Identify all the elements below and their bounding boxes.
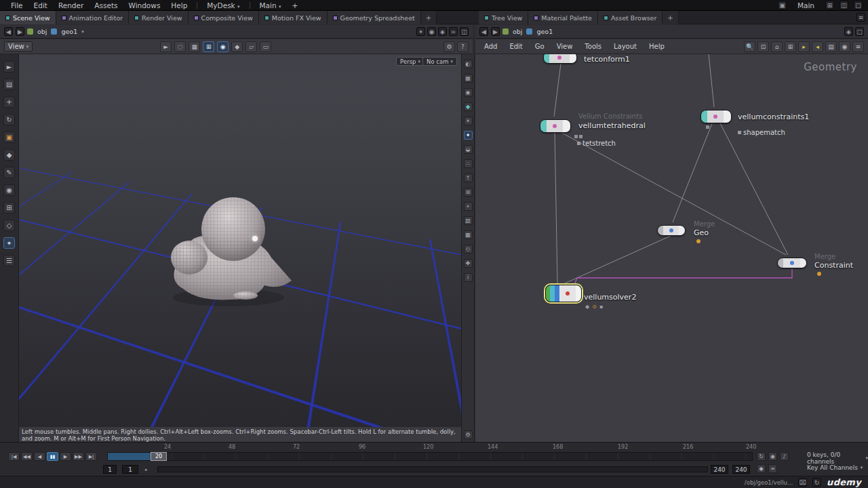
back-icon[interactable]: ◀: [479, 27, 488, 36]
node-flags[interactable]: [706, 125, 709, 129]
forward-icon[interactable]: ▶: [16, 27, 24, 36]
reference-plane-icon[interactable]: ▭: [260, 41, 271, 52]
tab-animation-editor[interactable]: Animation Editor: [56, 11, 130, 24]
lighting-icon[interactable]: ☀: [464, 117, 473, 125]
node-label[interactable]: Geo: [694, 228, 709, 237]
main-layout-selector[interactable]: Main: [792, 1, 820, 9]
network-editor[interactable]: Geometry tetconform1 Vellum Constraints …: [475, 54, 868, 442]
normals-display-icon[interactable]: ↑: [464, 174, 473, 182]
info-display-icon[interactable]: i: [464, 273, 473, 282]
chevron-down-icon[interactable]: ▾: [81, 29, 84, 35]
node-warning-dot[interactable]: [817, 272, 821, 276]
grid-toggle-icon[interactable]: ⊞: [785, 41, 796, 52]
projection-selector[interactable]: Persp▾: [396, 57, 425, 66]
tab-tree-view[interactable]: Tree View: [479, 11, 528, 24]
play-button[interactable]: ▶: [60, 452, 71, 461]
frame-all-icon[interactable]: ⊡: [757, 41, 769, 52]
snapshot-icon[interactable]: ◉: [427, 27, 436, 36]
jump-end-button[interactable]: ▶|: [85, 452, 97, 461]
snap-tool-icon[interactable]: ⊞: [3, 202, 15, 214]
handles-tool-icon[interactable]: ◇: [3, 220, 15, 231]
node-label[interactable]: tetconform1: [584, 55, 630, 64]
breadcrumb-node[interactable]: geo1: [535, 28, 554, 35]
material-icon[interactable]: ◆: [464, 102, 473, 111]
tab-geometry-spreadsheet[interactable]: Geometry Spreadsheet: [328, 11, 421, 24]
scene-viewport[interactable]: Persp▾ No cam▾: [19, 54, 461, 427]
pin-icon[interactable]: ◈: [844, 27, 853, 36]
node-label[interactable]: Constraint: [814, 261, 853, 270]
menu-render[interactable]: Render: [53, 1, 89, 9]
rotate-tool-icon[interactable]: ↻: [3, 114, 15, 125]
settings-gear-icon[interactable]: ⚙: [464, 430, 473, 439]
menu-file[interactable]: File: [5, 1, 28, 9]
net-menu-view[interactable]: View: [552, 43, 578, 50]
node-merge-constraint[interactable]: [777, 258, 807, 268]
points-display-icon[interactable]: ∴: [464, 159, 473, 168]
flag-template-icon[interactable]: ▸: [798, 41, 810, 52]
net-menu-go[interactable]: Go: [530, 43, 549, 50]
camera-lock-icon[interactable]: ⌖: [464, 202, 473, 211]
new-pane-tab-button[interactable]: +: [663, 11, 678, 24]
node-flags[interactable]: [574, 135, 583, 138]
multisnap-icon[interactable]: ◆: [231, 41, 243, 52]
audio-icon[interactable]: ♪: [780, 452, 789, 461]
tab-material-palette[interactable]: Material Palette: [528, 11, 598, 24]
node-vellumconstraints1[interactable]: [701, 110, 732, 123]
lock-icon[interactable]: ⌧: [798, 478, 807, 487]
range-start-field[interactable]: 1: [122, 465, 138, 474]
maximize-icon[interactable]: □: [854, 1, 863, 9]
new-desk-button[interactable]: +: [286, 1, 303, 9]
diamond-badge-icon[interactable]: ◆: [585, 304, 589, 310]
sculpt-tool-icon[interactable]: ◉: [3, 184, 15, 196]
frame-slider-track[interactable]: [107, 452, 753, 461]
shadow-icon[interactable]: ◒: [464, 145, 473, 154]
loop-mode-icon[interactable]: ↻: [757, 452, 766, 461]
layout-grid-icon[interactable]: ⊞: [825, 1, 834, 9]
prev-keyframe-button[interactable]: ◀◀: [21, 452, 33, 461]
net-menu-edit[interactable]: Edit: [505, 43, 527, 50]
forward-icon[interactable]: ▶: [491, 27, 500, 36]
monitor-icon[interactable]: ▣: [778, 1, 787, 9]
translate-tool-icon[interactable]: +: [3, 96, 15, 108]
group-display-icon[interactable]: ▧: [464, 216, 473, 225]
star-icon[interactable]: ✶: [416, 27, 425, 36]
menu-assets[interactable]: Assets: [89, 1, 123, 9]
desktop-main-selector[interactable]: Main ▾: [254, 1, 287, 9]
node-tetconform1[interactable]: [543, 54, 577, 64]
pin-icon[interactable]: ◈: [438, 27, 447, 36]
tab-render-view[interactable]: Render View: [129, 11, 188, 24]
breadcrumb-root[interactable]: obj: [511, 28, 524, 35]
snapshot-icon[interactable]: ◉: [839, 41, 850, 52]
help-icon[interactable]: ?: [457, 41, 469, 52]
net-menu-layout[interactable]: Layout: [609, 43, 642, 50]
node-vellumsolver2[interactable]: [545, 285, 582, 302]
shading-mode-icon[interactable]: ◐: [464, 60, 473, 68]
global-end-field[interactable]: 240: [732, 465, 750, 474]
select-visible-icon[interactable]: ▦: [189, 41, 200, 52]
smooth-shade-icon[interactable]: ◉: [464, 88, 473, 97]
highquality-light-icon[interactable]: ✦: [464, 131, 473, 140]
node-label[interactable]: vellumconstraints1: [738, 113, 809, 121]
menu-help[interactable]: Help: [165, 1, 193, 9]
current-tool-icon[interactable]: ⌖: [3, 237, 15, 249]
breadcrumb-root[interactable]: obj: [36, 28, 48, 35]
vellum-creature-model[interactable]: [163, 187, 295, 314]
view-menu[interactable]: View ▾: [4, 41, 33, 52]
pane-maximize-icon[interactable]: □: [855, 27, 864, 36]
select-mode-icon[interactable]: ►: [160, 41, 172, 52]
pose-tool-icon[interactable]: ◆: [3, 149, 15, 161]
paint-tool-icon[interactable]: ✎: [3, 167, 15, 178]
guide-display-icon[interactable]: ◇: [464, 245, 473, 253]
tab-motion-fx-view[interactable]: Motion FX View: [259, 11, 328, 24]
breadcrumb-node[interactable]: geo1: [60, 28, 79, 35]
tab-composite-view[interactable]: Composite View: [189, 11, 259, 24]
node-warning-dot[interactable]: [696, 239, 701, 243]
global-start-field[interactable]: 1: [103, 465, 117, 474]
pause-button[interactable]: ▮▮: [47, 452, 58, 461]
construction-plane-icon[interactable]: ▱: [245, 41, 257, 52]
tab-scene-view[interactable]: Scene View: [0, 11, 56, 24]
split-pane-icon[interactable]: ◫: [840, 1, 848, 9]
link-icon[interactable]: ∞: [449, 27, 458, 36]
tab-asset-browser[interactable]: Asset Browser: [598, 11, 663, 24]
range-end-field[interactable]: 240: [711, 465, 728, 474]
